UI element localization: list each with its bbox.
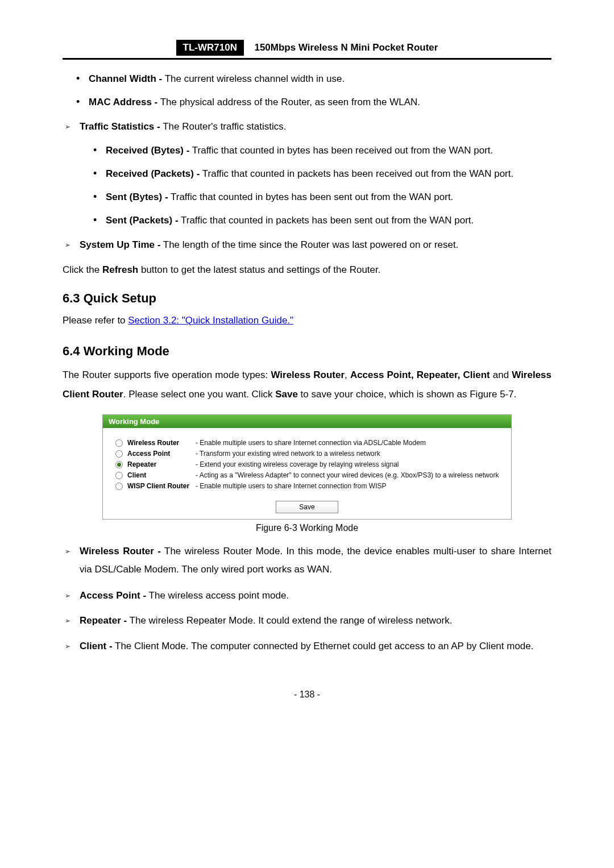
label: Sent (Bytes) -	[106, 192, 168, 202]
mode-label: Access Point	[127, 450, 196, 458]
label: Client -	[80, 641, 113, 651]
mode-row-client[interactable]: Client - Acting as a "Wireless Adapter" …	[113, 471, 501, 479]
text: The Client Mode. The computer connected …	[113, 641, 534, 651]
text: Traffic that counted in bytes has been s…	[168, 192, 454, 202]
radio-icon[interactable]	[115, 439, 123, 447]
text-pre: Please refer to	[63, 315, 128, 326]
mode-def-access-point: Access Point - The wireless access point…	[63, 588, 551, 603]
mode-row-repeater[interactable]: Repeater - Extend your existing wireless…	[113, 460, 501, 468]
label: Channel Width -	[89, 73, 162, 84]
label: Wireless Router -	[80, 546, 161, 556]
bullet-sent-bytes: Sent (Bytes) - Traffic that counted in b…	[80, 189, 551, 205]
text: The current wireless channel width in us…	[162, 73, 345, 84]
section-6-4-title: 6.4 Working Mode	[63, 344, 551, 359]
header-model: TL-WR710N	[176, 40, 244, 56]
text: The Router supports five operation mode …	[63, 369, 271, 380]
label: Sent (Packets) -	[106, 215, 179, 226]
mode-label: WISP Client Router	[127, 482, 196, 490]
quick-install-guide-link[interactable]: Section 3.2: "Quick Installation Guide."	[128, 315, 293, 326]
section-6-3-body: Please refer to Section 3.2: "Quick Inst…	[63, 313, 551, 328]
section-6-3-title: 6.3 Quick Setup	[63, 291, 551, 306]
label: MAC Address -	[89, 97, 157, 107]
working-mode-figure: Working Mode Wireless Router - Enable mu…	[102, 414, 512, 520]
bullet-received-packets: Received (Packets) - Traffic that counte…	[80, 166, 551, 181]
arrow-traffic-stats: Traffic Statistics - The Router's traffi…	[63, 119, 551, 228]
bullet-channel-width: Channel Width - The current wireless cha…	[63, 71, 551, 86]
bold: Save	[275, 389, 298, 400]
mode-row-wisp-client-router[interactable]: WISP Client Router - Enable multiple use…	[113, 482, 501, 490]
label: Repeater -	[80, 615, 127, 626]
text: The physical address of the Router, as s…	[157, 97, 420, 107]
arrow-system-up-time: System Up Time - The length of the time …	[63, 237, 551, 252]
text: The length of the time since the Router …	[160, 239, 458, 250]
refresh-label: Refresh	[102, 264, 138, 275]
bold: Access Point, Repeater, Client	[350, 369, 490, 380]
radio-icon[interactable]	[115, 472, 123, 479]
header-desc: 150Mbps Wireless N Mini Pocket Router	[246, 40, 438, 56]
text: ,	[345, 369, 350, 380]
bullet-mac-address: MAC Address - The physical address of th…	[63, 94, 551, 110]
text: Traffic that counted in packets has been…	[179, 215, 474, 226]
mode-row-wireless-router[interactable]: Wireless Router - Enable multiple users …	[113, 439, 501, 447]
page-header: TL-WR710N 150Mbps Wireless N Mini Pocket…	[63, 40, 551, 60]
text-post: button to get the latest status and sett…	[138, 264, 380, 275]
section-6-4-body: The Router supports five operation mode …	[63, 366, 551, 404]
mode-def-client: Client - The Client Mode. The computer c…	[63, 637, 551, 655]
mode-def-repeater: Repeater - The wireless Repeater Mode. I…	[63, 613, 551, 628]
mode-desc: - Enable multiple users to share Interne…	[196, 482, 387, 490]
mode-desc: - Extend your existing wireless coverage…	[196, 460, 399, 468]
page-number: - 138 -	[63, 690, 551, 700]
mode-label: Client	[127, 471, 196, 479]
text: The Router's traffic statistics.	[160, 121, 287, 132]
text: The wireless access point mode.	[146, 590, 289, 601]
radio-icon-selected[interactable]	[115, 461, 123, 468]
figure-caption: Figure 6-3 Working Mode	[256, 523, 358, 533]
refresh-line: Click the Refresh button to get the late…	[63, 262, 551, 277]
mode-label: Repeater	[127, 460, 196, 468]
text-pre: Click the	[63, 264, 102, 275]
mode-desc: - Enable multiple users to share Interne…	[196, 439, 426, 447]
mode-label: Wireless Router	[127, 439, 196, 447]
text: to save your choice, which is shown as F…	[298, 389, 517, 400]
save-button[interactable]: Save	[276, 501, 338, 513]
radio-icon[interactable]	[115, 450, 123, 458]
figure-title: Working Mode	[103, 415, 511, 428]
text: and	[490, 369, 512, 380]
label: Access Point -	[80, 590, 146, 601]
mode-row-access-point[interactable]: Access Point - Transform your existing w…	[113, 450, 501, 458]
text: . Please select one you want. Click	[123, 389, 275, 400]
mode-desc: - Transform your existing wired network …	[196, 450, 380, 458]
label: Traffic Statistics -	[80, 121, 160, 132]
bullet-received-bytes: Received (Bytes) - Traffic that counted …	[80, 143, 551, 158]
label: Received (Packets) -	[106, 168, 200, 179]
bold: Wireless Router	[271, 369, 345, 380]
mode-desc: - Acting as a "Wireless Adapter" to conn…	[196, 471, 499, 479]
text: The wireless Repeater Mode. It could ext…	[127, 615, 452, 626]
text: Traffic that counted in bytes has been r…	[189, 145, 493, 156]
radio-icon[interactable]	[115, 483, 123, 490]
label: System Up Time -	[80, 239, 160, 250]
bullet-sent-packets: Sent (Packets) - Traffic that counted in…	[80, 213, 551, 228]
text: Traffic that counted in packets has been…	[200, 168, 513, 179]
label: Received (Bytes) -	[106, 145, 189, 156]
mode-def-wireless-router: Wireless Router - The wireless Router Mo…	[63, 542, 551, 579]
